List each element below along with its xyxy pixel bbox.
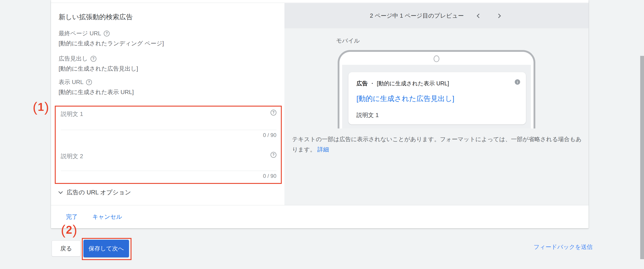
headline-value: [動的に生成された広告見出し]: [58, 65, 138, 73]
next-page-button[interactable]: [494, 11, 503, 20]
help-icon[interactable]: ?: [270, 152, 276, 158]
google-ads-page: 新しい拡張動的検索広告 最終ページ URL ? [動的に生成されたランディング …: [0, 0, 644, 269]
vertical-scrollbar[interactable]: [640, 56, 644, 259]
description-1-input[interactable]: 説明文 1: [61, 110, 276, 118]
back-button[interactable]: 戻る: [52, 241, 80, 257]
previous-page-button[interactable]: [474, 11, 484, 20]
display-url-value: [動的に生成された表示 URL]: [58, 88, 134, 96]
final-url-value: [動的に生成されたランディング ページ]: [58, 39, 164, 47]
final-url-field-group: 最終ページ URL ? [動的に生成されたランディング ページ]: [58, 29, 164, 47]
headline-field-group: 広告見出し ? [動的に生成された広告見出し]: [58, 55, 138, 73]
ad-preview-card: 広告 ・ [動的に生成された表示 URL] i [動的に生成された広告見出し] …: [348, 72, 526, 124]
description-2-underline: [61, 171, 276, 171]
ad-headline: [動的に生成された広告見出し]: [356, 94, 518, 104]
help-icon[interactable]: ?: [86, 79, 92, 85]
description-2-input[interactable]: 説明文 2: [61, 152, 276, 160]
preview-body: モバイル 広告 ・ [動的に生成された表示 URL] i [動的に生成された広告…: [284, 28, 588, 205]
ad-editor-card: 新しい拡張動的検索広告 最終ページ URL ? [動的に生成されたランディング …: [51, 0, 588, 228]
description-1-counter: 0 / 90: [263, 132, 276, 138]
details-link[interactable]: 詳細: [317, 146, 329, 153]
chevron-right-icon: [496, 14, 501, 18]
preview-header: 2 ページ中 1 ページ目のプレビュー: [284, 3, 588, 28]
display-url-field-group: 表示 URL ? [動的に生成された表示 URL]: [58, 78, 134, 96]
ad-badge: 広告: [356, 80, 368, 87]
ad-url-row: 広告 ・ [動的に生成された表示 URL]: [356, 80, 518, 87]
annotation-number-2: ( 2 ): [61, 223, 77, 237]
preview-disclaimer: テキストの一部は広告に表示されないことがあります。フォーマットによっては、一部が…: [292, 134, 582, 155]
preview-pager-title: 2 ページ中 1 ページ目のプレビュー: [370, 12, 464, 20]
ad-display-url: [動的に生成された表示 URL]: [377, 80, 449, 87]
ad-preview-panel: 2 ページ中 1 ページ目のプレビュー モバイル 広告 ・ [動的に生成された表…: [284, 3, 588, 205]
description-2-counter: 0 / 90: [263, 173, 276, 179]
editor-footer: 完了 キャンセル: [51, 205, 588, 228]
save-and-next-button[interactable]: 保存して次へ: [84, 240, 129, 257]
ad-description: 説明文 1: [356, 111, 518, 119]
ad-url-options-label: 広告の URL オプション: [67, 188, 131, 196]
disclaimer-text: テキストの一部は広告に表示されないことがあります。フォーマットによっては、一部が…: [292, 136, 582, 153]
chevron-down-icon: [58, 190, 63, 194]
cancel-link[interactable]: キャンセル: [92, 205, 122, 228]
annotation-box-1: 説明文 1 ? 0 / 90 説明文 2 ? 0 / 90: [55, 106, 282, 184]
description-1-placeholder: 説明文 1: [61, 111, 83, 117]
device-label: モバイル: [336, 37, 360, 45]
dot-separator: ・: [370, 80, 375, 87]
ad-url-options-toggle[interactable]: 広告の URL オプション: [59, 188, 131, 196]
info-icon[interactable]: i: [515, 79, 520, 85]
send-feedback-link[interactable]: フィードバックを送信: [534, 243, 592, 251]
description-2-placeholder: 説明文 2: [61, 153, 83, 160]
description-1-underline: [61, 130, 276, 130]
annotation-number-1: ( 1 ): [33, 100, 49, 114]
phone-camera-icon: [434, 55, 440, 62]
ad-form-panel: 新しい拡張動的検索広告 最終ページ URL ? [動的に生成されたランディング …: [51, 3, 284, 205]
help-icon[interactable]: ?: [104, 31, 110, 36]
headline-label: 広告見出し: [58, 55, 88, 62]
final-url-label: 最終ページ URL: [58, 29, 101, 37]
page-title: 新しい拡張動的検索広告: [58, 12, 132, 22]
help-icon[interactable]: ?: [90, 56, 96, 62]
help-icon[interactable]: ?: [270, 110, 276, 115]
chevron-left-icon: [477, 14, 481, 18]
display-url-label: 表示 URL: [58, 78, 84, 86]
card-top-divider: [51, 0, 588, 3]
